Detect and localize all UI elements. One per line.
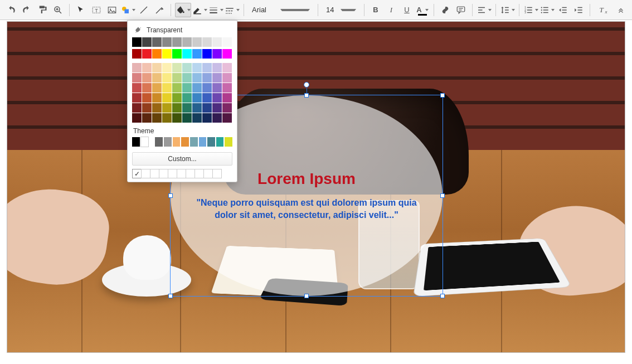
color-swatch[interactable] [142, 49, 152, 59]
color-swatch[interactable] [222, 113, 232, 123]
undo-button[interactable] [4, 3, 18, 17]
textbox-tool[interactable]: T [89, 3, 104, 17]
shape-tool[interactable] [120, 3, 135, 17]
border-weight-button[interactable] [208, 3, 223, 17]
recent-checked-swatch[interactable]: ✓ [132, 169, 142, 178]
numbered-list-button[interactable]: 123 [523, 3, 538, 17]
color-swatch[interactable] [212, 93, 222, 103]
color-swatch[interactable] [212, 63, 222, 72]
color-swatch[interactable] [142, 83, 152, 93]
color-swatch[interactable] [182, 49, 192, 59]
resize-handle-l[interactable] [168, 193, 173, 198]
recent-swatch[interactable] [141, 169, 150, 178]
color-swatch[interactable] [172, 37, 182, 47]
color-swatch[interactable] [142, 93, 152, 103]
color-swatch[interactable] [202, 103, 212, 113]
color-swatch[interactable] [162, 73, 172, 82]
line-spacing-button[interactable] [500, 3, 515, 17]
color-swatch[interactable] [212, 73, 222, 82]
select-tool[interactable] [74, 3, 88, 17]
color-swatch[interactable] [142, 63, 152, 72]
recent-swatch[interactable] [186, 169, 195, 178]
color-swatch[interactable] [222, 37, 232, 47]
clear-formatting-button[interactable]: Tx [594, 3, 609, 17]
color-swatch[interactable] [152, 37, 162, 47]
color-swatch[interactable] [192, 113, 202, 123]
italic-button[interactable]: I [384, 3, 398, 17]
theme-swatch[interactable] [199, 137, 207, 147]
color-swatch[interactable] [192, 63, 202, 72]
color-swatch[interactable] [192, 103, 202, 113]
color-swatch[interactable] [142, 113, 152, 123]
text-color-button[interactable]: A [415, 3, 430, 17]
collapse-toolbar-button[interactable] [614, 3, 628, 17]
color-swatch[interactable] [172, 73, 182, 82]
color-swatch[interactable] [142, 103, 152, 113]
color-swatch[interactable] [152, 83, 162, 93]
color-swatch[interactable] [192, 93, 202, 103]
slide-canvas[interactable]: Lorem Ipsum "Neque porro quisquam est qu… [7, 21, 625, 353]
color-swatch[interactable] [202, 93, 212, 103]
color-swatch[interactable] [162, 103, 172, 113]
color-swatch[interactable] [202, 113, 212, 123]
recent-swatch[interactable] [177, 169, 186, 178]
insert-link-button[interactable] [438, 3, 453, 17]
color-swatch[interactable] [172, 103, 182, 113]
color-swatch[interactable] [202, 49, 212, 59]
color-swatch[interactable] [162, 37, 172, 47]
recent-swatch[interactable] [159, 169, 168, 178]
redo-button[interactable] [20, 3, 34, 17]
color-swatch[interactable] [172, 49, 182, 59]
color-swatch[interactable] [222, 63, 232, 72]
theme-swatch[interactable] [225, 137, 232, 147]
color-swatch[interactable] [222, 103, 232, 113]
color-swatch[interactable] [212, 113, 222, 123]
recent-swatch[interactable] [168, 169, 177, 178]
resize-handle-tr[interactable] [440, 93, 445, 98]
color-swatch[interactable] [132, 49, 142, 59]
color-swatch[interactable] [152, 103, 162, 113]
theme-swatch[interactable] [216, 137, 224, 147]
color-swatch[interactable] [152, 93, 162, 103]
font-size-select[interactable]: 14 [322, 3, 361, 17]
decrease-indent-button[interactable] [556, 3, 570, 17]
theme-swatch[interactable] [207, 137, 215, 147]
increase-indent-button[interactable] [571, 3, 586, 17]
color-swatch[interactable] [202, 37, 212, 47]
theme-swatch[interactable] [173, 137, 181, 147]
rotation-handle[interactable] [304, 82, 309, 88]
color-swatch[interactable] [152, 113, 162, 123]
color-swatch[interactable] [172, 113, 182, 123]
color-swatch[interactable] [182, 37, 192, 47]
shape-title-text[interactable]: Lorem Ipsum [257, 170, 356, 188]
color-swatch[interactable] [222, 83, 232, 93]
theme-swatch[interactable] [190, 137, 198, 147]
color-swatch[interactable] [132, 73, 142, 82]
color-swatch[interactable] [202, 73, 212, 82]
theme-swatch[interactable] [155, 137, 163, 147]
border-color-button[interactable] [192, 3, 207, 17]
align-button[interactable] [477, 3, 492, 17]
color-swatch[interactable] [162, 63, 172, 72]
color-swatch[interactable] [222, 49, 232, 59]
insert-comment-button[interactable] [454, 3, 468, 17]
line-tool[interactable] [137, 3, 151, 17]
color-swatch[interactable] [222, 93, 232, 103]
theme-swatch[interactable] [164, 137, 172, 147]
color-swatch[interactable] [132, 103, 142, 113]
zoom-button[interactable] [51, 3, 65, 17]
color-swatch[interactable] [152, 49, 162, 59]
recent-swatch[interactable] [150, 169, 159, 178]
transparent-option[interactable]: Transparent [132, 26, 232, 34]
color-swatch[interactable] [182, 83, 192, 93]
color-swatch[interactable] [162, 83, 172, 93]
color-swatch[interactable] [182, 63, 192, 72]
resize-handle-br[interactable] [440, 294, 445, 298]
color-swatch[interactable] [132, 83, 142, 93]
theme-swatch[interactable] [141, 137, 149, 147]
font-family-select[interactable]: Arial [247, 3, 314, 17]
color-swatch[interactable] [172, 93, 182, 103]
color-swatch[interactable] [142, 37, 152, 47]
underline-button[interactable]: U [400, 3, 414, 17]
bulleted-list-button[interactable] [539, 3, 555, 17]
